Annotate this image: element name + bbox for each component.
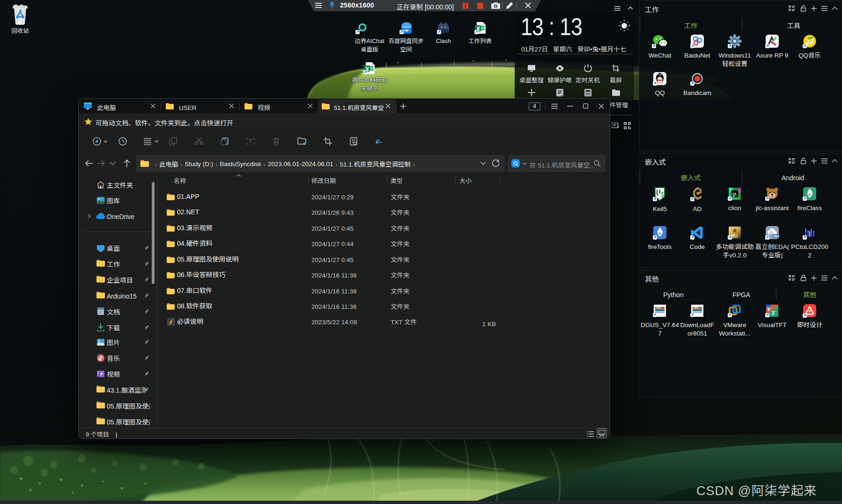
- svg-text:CL: CL: [732, 192, 737, 196]
- svg-text:e: e: [376, 136, 379, 146]
- svg-text:野火: 野火: [732, 233, 739, 238]
- svg-text:DWIN: DWIN: [657, 307, 661, 309]
- svg-text:PRO: PRO: [774, 235, 780, 238]
- svg-text:T: T: [771, 309, 776, 316]
- svg-text:DWIN: DWIN: [694, 307, 699, 309]
